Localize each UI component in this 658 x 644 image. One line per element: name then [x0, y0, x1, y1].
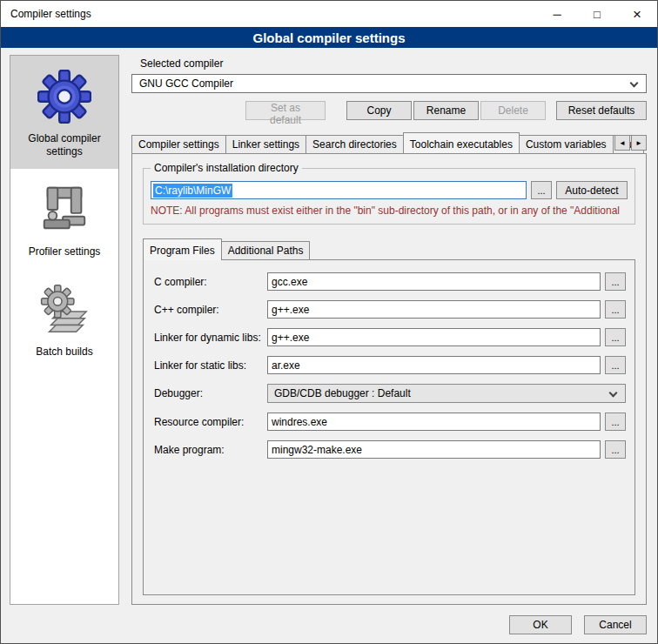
arrow-right-icon: ►	[635, 139, 642, 147]
sidebar-item-profiler-settings[interactable]: Profiler settings	[10, 169, 118, 269]
field-row: C compiler: ...	[154, 272, 626, 291]
dialog-header: Global compiler settings	[1, 27, 657, 48]
toolchain-executables-panel: Compiler's installation directory C:\ray…	[131, 153, 647, 605]
install-dir-row: C:\raylib\MinGW ... Auto-detect	[151, 181, 628, 199]
compiler-select-value: GNU GCC Compiler	[139, 77, 233, 90]
chevron-down-icon	[630, 79, 639, 88]
resource-compiler-browse-button[interactable]: ...	[605, 413, 626, 431]
dialog-body: Global compiler settings Profiler settin…	[1, 48, 657, 608]
field-row: Make program: ...	[154, 440, 626, 459]
field-row: Resource compiler: ...	[154, 413, 626, 431]
tab-custom-variables[interactable]: Custom variables	[519, 135, 614, 153]
sidebar-item-label: Global compiler settings	[14, 132, 115, 158]
tab-scroll-controls: ◄ ►	[614, 135, 647, 151]
field-label: Linker for dynamic libs:	[154, 332, 267, 344]
make-program-input[interactable]	[267, 440, 601, 459]
batch-builds-icon	[37, 283, 91, 337]
tab-toolchain-executables[interactable]: Toolchain executables	[403, 132, 520, 153]
main-panel: Selected compiler GNU GCC Compiler Set a…	[130, 55, 648, 605]
maximize-icon: □	[594, 9, 601, 20]
tab-linker-settings[interactable]: Linker settings	[225, 135, 306, 153]
tab-compiler-settings[interactable]: Compiler settings	[131, 135, 226, 153]
close-button[interactable]: ×	[617, 1, 657, 27]
maximize-button[interactable]: □	[577, 1, 617, 27]
set-as-default-button[interactable]: Set as default	[245, 101, 326, 120]
linker-static-browse-button[interactable]: ...	[605, 356, 626, 374]
page-title: Global compiler settings	[252, 30, 405, 45]
tab-scroll-left-button[interactable]: ◄	[614, 135, 630, 151]
dialog-footer: OK Cancel	[1, 608, 657, 643]
install-dir-note: NOTE: All programs must exist either in …	[151, 205, 628, 217]
window-controls: ─ □ ×	[537, 1, 657, 27]
sidebar-item-batch-builds[interactable]: Batch builds	[10, 269, 118, 369]
c-compiler-input[interactable]	[267, 272, 601, 291]
ok-button[interactable]: OK	[509, 615, 572, 634]
subtab-additional-paths[interactable]: Additional Paths	[221, 241, 311, 259]
sidebar-item-global-compiler-settings[interactable]: Global compiler settings	[10, 56, 118, 169]
sidebar-item-label: Batch builds	[36, 345, 92, 359]
gear-icon	[37, 70, 91, 124]
copy-button[interactable]: Copy	[346, 101, 412, 120]
compiler-actions: Set as default Copy Rename Delete Reset …	[131, 101, 647, 120]
close-icon: ×	[633, 7, 641, 22]
field-label: Make program:	[154, 444, 267, 456]
resource-compiler-input[interactable]	[267, 413, 601, 431]
field-label: C++ compiler:	[154, 304, 267, 316]
settings-tabstrip: Compiler settings Linker settings Search…	[131, 131, 647, 153]
install-dir-value: C:\raylib\MinGW	[153, 184, 232, 198]
field-row: C++ compiler: ...	[154, 300, 626, 319]
auto-detect-button[interactable]: Auto-detect	[556, 181, 628, 199]
subtab-program-files[interactable]: Program Files	[143, 238, 222, 260]
linker-dynamic-browse-button[interactable]: ...	[605, 328, 626, 346]
window-title: Compiler settings	[10, 8, 91, 20]
rename-button[interactable]: Rename	[413, 101, 479, 120]
field-row: Debugger: GDB/CDB debugger : Default	[154, 384, 626, 403]
title-bar: Compiler settings ─ □ ×	[1, 1, 657, 27]
field-row: Linker for static libs: ...	[154, 356, 626, 374]
cpp-compiler-browse-button[interactable]: ...	[605, 300, 626, 319]
program-files-panel: C compiler: ... C++ compiler: ... Linker…	[143, 259, 635, 595]
compiler-settings-window: Compiler settings ─ □ × Global compiler …	[0, 0, 658, 644]
program-files-tabstrip: Program Files Additional Paths	[143, 238, 635, 259]
linker-dynamic-input[interactable]	[267, 328, 601, 346]
debugger-select-value: GDB/CDB debugger : Default	[274, 387, 411, 399]
install-dir-groupbox: Compiler's installation directory C:\ray…	[143, 168, 635, 225]
reset-defaults-button[interactable]: Reset defaults	[556, 101, 647, 120]
sidebar-item-label: Profiler settings	[29, 245, 101, 258]
field-label: C compiler:	[154, 276, 267, 288]
linker-static-input[interactable]	[267, 356, 601, 374]
arrow-left-icon: ◄	[619, 139, 626, 147]
tab-search-directories[interactable]: Search directories	[306, 135, 404, 153]
minimize-icon: ─	[553, 9, 561, 20]
cancel-button[interactable]: Cancel	[584, 615, 647, 634]
debugger-select[interactable]: GDB/CDB debugger : Default	[267, 384, 626, 403]
c-compiler-browse-button[interactable]: ...	[605, 272, 626, 291]
minimize-button[interactable]: ─	[537, 1, 577, 27]
field-label: Linker for static libs:	[154, 359, 267, 372]
sidebar: Global compiler settings Profiler settin…	[10, 55, 119, 605]
field-label: Resource compiler:	[154, 416, 267, 428]
install-dir-group-title: Compiler's installation directory	[151, 162, 302, 174]
profiler-icon	[37, 183, 91, 237]
cpp-compiler-input[interactable]	[267, 300, 601, 319]
install-dir-input[interactable]: C:\raylib\MinGW	[151, 181, 527, 199]
compiler-select[interactable]: GNU GCC Compiler	[131, 74, 647, 93]
field-row: Linker for dynamic libs: ...	[154, 328, 626, 346]
chevron-down-icon	[609, 389, 618, 398]
install-dir-browse-button[interactable]: ...	[531, 181, 552, 199]
delete-button[interactable]: Delete	[480, 101, 546, 120]
selected-compiler-label: Selected compiler	[140, 57, 648, 70]
make-program-browse-button[interactable]: ...	[605, 440, 626, 459]
tab-scroll-right-button[interactable]: ►	[631, 135, 647, 151]
field-label: Debugger:	[154, 387, 267, 399]
